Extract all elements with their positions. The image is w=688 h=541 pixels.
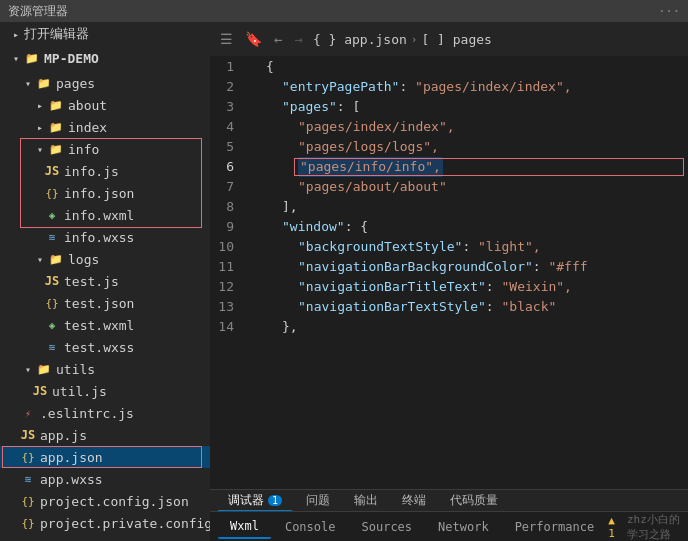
sidebar-item-info-js[interactable]: JS info.js [0, 160, 210, 182]
code-line-10: "backgroundTextStyle" : "light", [250, 237, 688, 257]
tab-terminal[interactable]: 终端 [392, 490, 436, 511]
test-wxss-label: test.wxss [64, 340, 134, 355]
sidebar-item-info-wxss[interactable]: ≋ info.wxss [0, 226, 210, 248]
app-json-label: app.json [40, 450, 103, 465]
breadcrumb-section: [ ] pages [421, 32, 491, 47]
project-config-label: project.config.json [40, 494, 189, 509]
sidebar-item-project-private[interactable]: {} project.private.config... [0, 512, 210, 534]
code-line-5: "pages/logs/logs", [250, 137, 688, 157]
sidebar-item-about[interactable]: ▸ 📁 about [0, 94, 210, 116]
line-num-2: 2 [210, 77, 242, 97]
test-json-label: test.json [64, 296, 134, 311]
devtools-tab-wxml[interactable]: Wxml [218, 515, 271, 539]
tab-problems[interactable]: 问题 [296, 490, 340, 511]
breadcrumb: { } app.json › [ ] pages [313, 32, 492, 47]
devtools-tab-network[interactable]: Network [426, 516, 501, 538]
open-editor-item[interactable]: ▸ 打开编辑器 [0, 22, 210, 46]
chevron-down-icon: ▾ [32, 141, 48, 157]
info-label: info [68, 142, 99, 157]
list-icon[interactable]: ☰ [218, 29, 235, 49]
back-button[interactable]: ← [272, 29, 284, 49]
token: { [360, 217, 368, 237]
tab-code-quality-label: 代码质量 [450, 492, 498, 509]
wxss-icon: ≋ [20, 471, 36, 487]
token: : [486, 277, 502, 297]
sidebar-item-info-wxml[interactable]: ◈ info.wxml [0, 204, 210, 226]
chevron-down-icon: ▾ [32, 251, 48, 267]
chevron-right-icon: ▸ [32, 119, 48, 135]
tab-output[interactable]: 输出 [344, 490, 388, 511]
line-num-8: 8 [210, 197, 242, 217]
sidebar-item-index[interactable]: ▸ 📁 index [0, 116, 210, 138]
breadcrumb-file: { } app.json [313, 32, 407, 47]
sidebar-item-app-js[interactable]: JS app.js [0, 424, 210, 446]
token: : [399, 77, 415, 97]
token: "#fff [548, 257, 587, 277]
sidebar-item-info-json[interactable]: {} info.json [0, 182, 210, 204]
wxml-icon: ◈ [44, 317, 60, 333]
code-line-14: }, [250, 317, 688, 337]
sidebar-item-test-wxml[interactable]: ◈ test.wxml [0, 314, 210, 336]
forward-button[interactable]: → [292, 29, 304, 49]
js-icon: JS [32, 383, 48, 399]
sidebar-item-app-wxss[interactable]: ≋ app.wxss [0, 468, 210, 490]
devtools-right: ▲ 1 zhz小白的学习之路 [608, 512, 680, 542]
line-num-4: 4 [210, 117, 242, 137]
sidebar-item-util-js[interactable]: JS util.js [0, 380, 210, 402]
folder-icon: 📁 [48, 97, 64, 113]
tab-problems-label: 问题 [306, 492, 330, 509]
performance-tab-label: Performance [515, 520, 594, 534]
tab-debugger[interactable]: 调试器 1 [218, 490, 292, 511]
token: "navigationBarTitleText" [298, 277, 486, 297]
sidebar-item-utils[interactable]: ▾ 📁 utils [0, 358, 210, 380]
info-js-label: info.js [64, 164, 119, 179]
line-num-9: 9 [210, 217, 242, 237]
bookmark-icon[interactable]: 🔖 [243, 29, 264, 49]
sidebar-item-test-wxss[interactable]: ≋ test.wxss [0, 336, 210, 358]
devtools-tab-performance[interactable]: Performance [503, 516, 606, 538]
sidebar-item-pages[interactable]: ▾ 📁 pages [0, 72, 210, 94]
project-root[interactable]: ▾ 📁 MP-DEMO [0, 46, 210, 70]
eslint-icon: ⚡ [20, 405, 36, 421]
devtools-tab-sources[interactable]: Sources [349, 516, 424, 538]
token: "window" [282, 217, 345, 237]
devtools-bar: Wxml Console Sources Network Performance… [210, 511, 688, 541]
token: : [462, 237, 478, 257]
sidebar-item-test-js[interactable]: JS test.js [0, 270, 210, 292]
wxss-icon: ≋ [44, 229, 60, 245]
sidebar-item-app-json[interactable]: {} app.json [0, 446, 210, 468]
breadcrumb-sep: › [411, 33, 418, 46]
tab-output-label: 输出 [354, 492, 378, 509]
line-num-3: 3 [210, 97, 242, 117]
sidebar-item-logs[interactable]: ▾ 📁 logs [0, 248, 210, 270]
sidebar-item-test-json[interactable]: {} test.json [0, 292, 210, 314]
tab-terminal-label: 终端 [402, 492, 426, 509]
wxml-icon: ◈ [44, 207, 60, 223]
chevron-right-icon: ▸ [32, 97, 48, 113]
app-wxss-label: app.wxss [40, 472, 103, 487]
tab-code-quality[interactable]: 代码质量 [440, 490, 508, 511]
code-line-6: "pages/info/info", [250, 157, 688, 177]
project-name: MP-DEMO [44, 51, 99, 66]
open-editor-label: 打开编辑器 [24, 25, 89, 43]
token: "backgroundTextStyle" [298, 237, 462, 257]
pages-label: pages [56, 76, 95, 91]
main-layout: ▸ 打开编辑器 ▾ 📁 MP-DEMO ▾ 📁 pages ▸ 📁 [0, 22, 688, 541]
sidebar-item-info[interactable]: ▾ 📁 info [0, 138, 210, 160]
sidebar-item-eslintrc[interactable]: ⚡ .eslintrc.js [0, 402, 210, 424]
token: : [533, 257, 549, 277]
console-tab-label: Console [285, 520, 336, 534]
title-icons[interactable]: ··· [658, 4, 680, 18]
devtools-tab-console[interactable]: Console [273, 516, 348, 538]
eslintrc-label: .eslintrc.js [40, 406, 134, 421]
json-icon: {} [44, 295, 60, 311]
code-line-3: "pages" : [ [250, 97, 688, 117]
token: "pages/index/index", [415, 77, 572, 97]
chevron-down-icon: ▾ [20, 75, 36, 91]
token: [ [352, 97, 360, 117]
editor-area: ☰ 🔖 ← → { } app.json › [ ] pages 1 2 3 4… [210, 22, 688, 541]
token: "navigationBarTextStyle" [298, 297, 486, 317]
sidebar-item-project-config[interactable]: {} project.config.json [0, 490, 210, 512]
token: "pages" [282, 97, 337, 117]
code-line-12: "navigationBarTitleText" : "Weixin", [250, 277, 688, 297]
